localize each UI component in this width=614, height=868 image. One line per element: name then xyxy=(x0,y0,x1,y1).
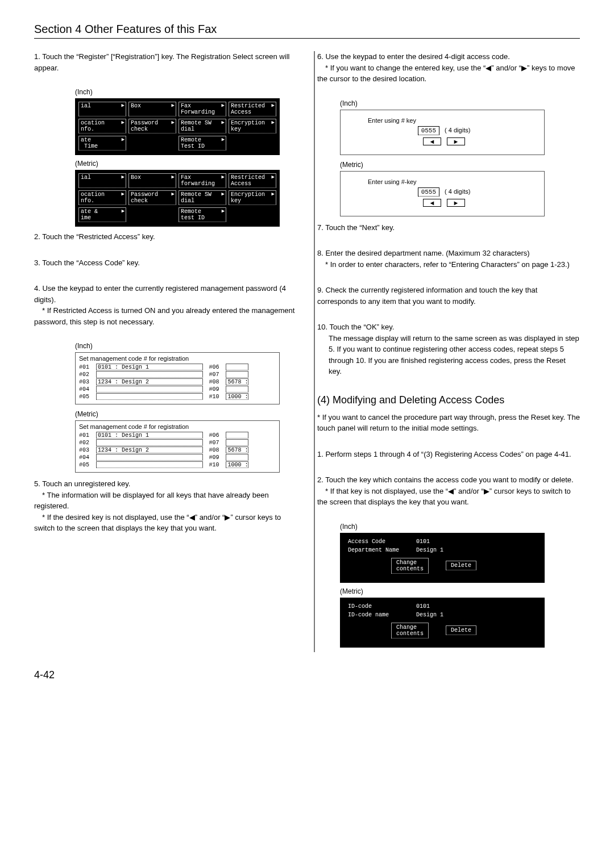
code-09[interactable] xyxy=(226,386,248,393)
digit-field[interactable]: 0555 xyxy=(418,187,439,197)
code-03[interactable]: 1234 : Design 2 xyxy=(96,378,203,385)
btn-box[interactable]: Box▶ xyxy=(128,173,176,188)
metric-label-d: (Metric) xyxy=(340,587,580,595)
btn-restricted-access[interactable]: Restricted Access▶ xyxy=(229,173,276,188)
step-10: 10. Touch the “OK” key. The message disp… xyxy=(317,322,580,377)
cursor-right-button[interactable]: ► xyxy=(447,137,466,145)
inch-label-r: (Inch) xyxy=(340,99,580,107)
inch-label-2: (Inch) xyxy=(75,342,297,350)
mod-step-1: 1. Perform steps 1 through 4 of “(3) Reg… xyxy=(317,449,580,460)
step-2: 2. Touch the “Restricted Access” key. xyxy=(34,231,297,243)
step-7: 7. Touch the “Next” key. xyxy=(317,222,580,233)
step-3: 3. Touch the “Access Code” key. xyxy=(34,257,297,269)
metric-label-r: (Metric) xyxy=(340,161,580,169)
btn-location-info[interactable]: ocation nfo.▶ xyxy=(78,119,126,133)
btn-encryption-key[interactable]: Encryption key▶ xyxy=(229,190,276,205)
btn-remote-sw-dial[interactable]: Remote SW dial▶ xyxy=(179,119,226,133)
step-8: 8. Enter the desired department name. (M… xyxy=(317,248,580,270)
btn-encryption-key[interactable]: Encryption key▶ xyxy=(229,119,276,133)
delete-button[interactable]: Delete xyxy=(446,625,476,635)
cursor-left-button[interactable]: ◄ xyxy=(423,137,442,145)
btn-remote-test-id[interactable]: Remote test ID▶ xyxy=(179,207,226,222)
section-title: Section 4 Other Features of this Fax xyxy=(34,23,580,39)
btn-date-time[interactable]: ate & ime▶ xyxy=(78,207,126,222)
code-04[interactable] xyxy=(96,386,203,393)
change-contents-button[interactable]: Change contents xyxy=(391,558,429,574)
code-05[interactable] xyxy=(96,393,203,400)
code-02[interactable] xyxy=(96,371,203,378)
detail-panel-metric: ID-code0101 ID-code nameDesign 1 Change … xyxy=(340,598,545,648)
codes-panel-inch: Set management code # for registration #… xyxy=(75,352,280,404)
btn-location-info[interactable]: ocation nfo.▶ xyxy=(78,190,126,205)
step-5: 5. Touch an unregistered key. * The info… xyxy=(34,478,297,534)
btn-remote-test-id[interactable]: Remote Test ID▶ xyxy=(179,136,226,151)
delete-button[interactable]: Delete xyxy=(446,561,476,570)
code-07[interactable] xyxy=(226,371,248,378)
step-6: 6. Use the keypad to enter the desired 4… xyxy=(317,51,580,85)
btn-box[interactable]: Box▶ xyxy=(128,102,176,116)
step-1: 1. Touch the “Register” [“Registration”]… xyxy=(34,51,297,73)
page-number: 4-42 xyxy=(34,669,580,681)
detail-panel-inch: Access Code0101 Department NameDesign 1 … xyxy=(340,533,545,583)
step-9: 9. Check the currently registered inform… xyxy=(317,285,580,307)
change-contents-button[interactable]: Change contents xyxy=(391,623,429,639)
btn-restricted-access[interactable]: Restricted Access▶ xyxy=(229,102,276,116)
cursor-right-button[interactable]: ► xyxy=(447,199,466,207)
inch-label: (Inch) xyxy=(75,88,297,96)
enter-box-inch: Enter using # key 0555 ( 4 digits) ◄ ► xyxy=(340,110,545,155)
codes-panel-metric: Set management code # for registration #… xyxy=(75,420,280,473)
metric-label-2: (Metric) xyxy=(75,410,297,418)
inch-label-d: (Inch) xyxy=(340,523,580,531)
btn-password-check[interactable]: Password check▶ xyxy=(128,119,176,133)
btn-remote-sw-dial[interactable]: Remote SW dial▶ xyxy=(179,190,226,205)
mod-step-2: 2. Touch the key which contains the acce… xyxy=(317,474,580,508)
code-06[interactable] xyxy=(226,364,248,370)
code-10[interactable]: 1000 : xyxy=(226,393,248,400)
cursor-left-button[interactable]: ◄ xyxy=(423,199,442,207)
btn-date-time[interactable]: ate Time▶ xyxy=(78,136,126,151)
step-4: 4. Use the keypad to enter the currently… xyxy=(34,283,297,327)
lcd-inch: ial▶ Box▶ Fax Forwarding▶ Restricted Acc… xyxy=(75,98,280,155)
btn-dial[interactable]: ial▶ xyxy=(78,102,126,116)
lcd-metric: ial▶ Box▶ Fax forwarding▶ Restricted Acc… xyxy=(75,170,280,227)
metric-label: (Metric) xyxy=(75,160,297,168)
subsection-note: * If you want to cancel the procedure pa… xyxy=(317,412,580,434)
btn-fax-forwarding[interactable]: Fax forwarding▶ xyxy=(179,173,226,188)
btn-password-check[interactable]: Password check▶ xyxy=(128,190,176,205)
subsection-heading: (4) Modifying and Deleting Access Codes xyxy=(317,394,580,406)
code-08[interactable]: 5678 : xyxy=(226,378,248,385)
btn-fax-forwarding[interactable]: Fax Forwarding▶ xyxy=(179,102,226,116)
btn-dial[interactable]: ial▶ xyxy=(78,173,126,188)
code-01[interactable]: 0101 : Design 1 xyxy=(96,364,203,370)
digit-field[interactable]: 0555 xyxy=(418,126,439,135)
enter-box-metric: Enter using #-key 0555 ( 4 digits) ◄ ► xyxy=(340,171,545,216)
